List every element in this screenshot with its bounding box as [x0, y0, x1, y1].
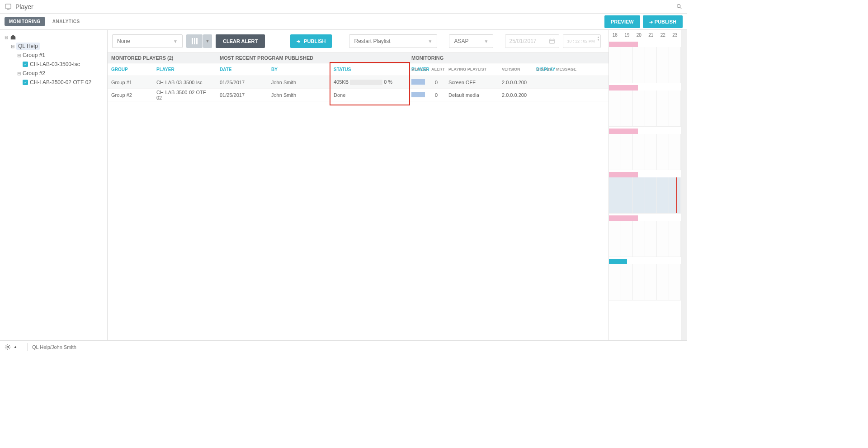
- col-version[interactable]: VERSION: [502, 67, 536, 71]
- page-title: Player: [15, 3, 33, 10]
- col-mstatus[interactable]: STATUS: [411, 67, 431, 71]
- svg-line-14: [9, 348, 9, 349]
- svg-rect-4: [550, 39, 555, 44]
- home-icon: [10, 34, 16, 40]
- tree-root-label: QL Help: [16, 43, 40, 50]
- footer: ▲ QL Help/John Smith: [0, 340, 687, 353]
- svg-line-16: [9, 345, 9, 345]
- col-player[interactable]: PLAYER: [153, 67, 216, 72]
- tab-monitoring[interactable]: MONITORING: [5, 17, 45, 26]
- timeline-block[interactable]: [609, 215, 681, 257]
- filter-select[interactable]: None▼: [112, 34, 183, 48]
- tree-group[interactable]: ⊟ Group #1: [2, 51, 105, 60]
- divider: [27, 343, 28, 351]
- gear-icon[interactable]: [5, 344, 11, 350]
- caret-up-icon[interactable]: ▲: [14, 345, 17, 349]
- timeline-block[interactable]: [609, 85, 681, 127]
- col-playlist[interactable]: PLAYING PLAYLIST: [448, 67, 502, 71]
- clear-alert-button[interactable]: CLEAR ALERT: [216, 34, 265, 48]
- col-date[interactable]: DATE: [216, 67, 268, 72]
- topbar: Player: [0, 0, 687, 14]
- preview-button[interactable]: PREVIEW: [604, 15, 640, 28]
- svg-rect-0: [5, 4, 11, 9]
- tree-player[interactable]: ✓ CH-LAB-03-3500-lsc: [2, 60, 105, 69]
- checkbox-checked-icon[interactable]: ✓: [23, 62, 28, 67]
- status-cell: 405KB 0 %: [330, 79, 408, 85]
- svg-point-8: [7, 346, 9, 348]
- collapse-icon[interactable]: ⊟: [16, 53, 22, 58]
- svg-line-15: [6, 348, 6, 349]
- checkbox-checked-icon[interactable]: ✓: [23, 80, 28, 85]
- timeline-block[interactable]: [609, 259, 681, 300]
- status-chip: [408, 79, 428, 86]
- arrow-right-icon: [297, 38, 302, 44]
- scrollbar[interactable]: [681, 30, 687, 340]
- tab-analytics[interactable]: ANALYTICS: [48, 17, 85, 26]
- svg-line-3: [680, 7, 682, 9]
- stepper-down-icon[interactable]: ▼: [597, 38, 600, 41]
- caret-down-icon: ▼: [428, 39, 433, 44]
- subnav: MONITORING ANALYTICS PREVIEW PUBLISH: [0, 14, 687, 30]
- collapse-icon[interactable]: ⊟: [10, 44, 15, 49]
- col-dstatus[interactable]: STATUS: [536, 67, 556, 71]
- timeline-block[interactable]: [609, 129, 681, 170]
- col-group[interactable]: GROUP: [108, 67, 153, 72]
- sidebar: ⊟ ⊟ QL Help ⊟ Group #1 ✓ CH-LAB-03-3500-…: [0, 30, 108, 340]
- tree-group-label: Group #2: [23, 70, 45, 76]
- toolbar: None▼ ▼ CLEAR ALERT PUBLISH Restart Play…: [108, 30, 609, 52]
- footer-path: QL Help/John Smith: [32, 344, 76, 350]
- date-input[interactable]: 25/01/2017: [505, 34, 559, 48]
- columns-icon: [192, 38, 198, 44]
- calendar-icon: [549, 38, 555, 44]
- column-headers: GROUP PLAYER DATE BY STATUS PLAYER STATU…: [108, 63, 609, 76]
- section-monitored: MONITORED PLAYERS (2): [111, 55, 220, 61]
- player-icon: [5, 3, 12, 10]
- columns-caret[interactable]: ▼: [203, 34, 212, 48]
- tree-player-label: CH-LAB-03-3500-lsc: [30, 61, 80, 67]
- grid-section-head: MONITORED PLAYERS (2) MOST RECENT PROGRA…: [108, 52, 609, 63]
- svg-point-2: [677, 4, 680, 7]
- arrow-right-icon: [649, 19, 655, 24]
- tree-group-label: Group #1: [23, 52, 45, 58]
- timeline-body[interactable]: [609, 40, 681, 340]
- timeline-block[interactable]: [609, 172, 681, 214]
- col-by[interactable]: BY: [268, 67, 330, 72]
- main: None▼ ▼ CLEAR ALERT PUBLISH Restart Play…: [108, 30, 609, 340]
- col-status[interactable]: STATUS: [330, 67, 408, 72]
- col-alert[interactable]: ALERT: [431, 67, 448, 71]
- caret-down-icon: ▼: [173, 39, 178, 44]
- timeline-hours: 18 19 20 21 22 23: [609, 30, 681, 40]
- tree-player[interactable]: ✓ CH-LAB-3500-02 OTF 02: [2, 78, 105, 87]
- publish-button[interactable]: PUBLISH: [643, 15, 683, 28]
- tree-root[interactable]: ⊟ QL Help: [2, 42, 105, 51]
- section-recent: MOST RECENT PROGRAM PUBLISHED: [220, 55, 411, 61]
- timeline-block[interactable]: [609, 42, 681, 83]
- collapse-icon[interactable]: ⊟: [16, 71, 22, 76]
- restart-select[interactable]: Restart Playlist▼: [349, 34, 437, 48]
- collapse-icon[interactable]: ⊟: [4, 35, 9, 40]
- publish-small-button[interactable]: PUBLISH: [290, 34, 332, 48]
- progress-bar: [350, 80, 382, 85]
- tree-home[interactable]: ⊟: [2, 33, 105, 42]
- col-message[interactable]: MESSAGE: [556, 67, 576, 71]
- tree-group[interactable]: ⊟ Group #2: [2, 69, 105, 78]
- section-monitoring: MONITORING: [411, 55, 443, 61]
- caret-down-icon: ▼: [484, 39, 489, 44]
- table-row[interactable]: Group #2 CH-LAB-3500-02 OTF 02 01/25/201…: [108, 89, 609, 101]
- search-icon[interactable]: [676, 4, 683, 10]
- timeline-panel: 18 19 20 21 22 23: [609, 30, 681, 340]
- tree-player-label: CH-LAB-3500-02 OTF 02: [30, 79, 91, 86]
- table-row[interactable]: Group #1 CH-LAB-03-3500-lsc 01/25/2017 J…: [108, 76, 609, 89]
- svg-rect-1: [7, 9, 9, 10]
- status-chip: [408, 92, 428, 98]
- svg-line-13: [6, 345, 6, 345]
- when-select[interactable]: ASAP▼: [449, 34, 493, 48]
- time-input[interactable]: 10 : 12 : 02 PM ▲▼: [563, 34, 601, 48]
- columns-button[interactable]: [186, 34, 203, 48]
